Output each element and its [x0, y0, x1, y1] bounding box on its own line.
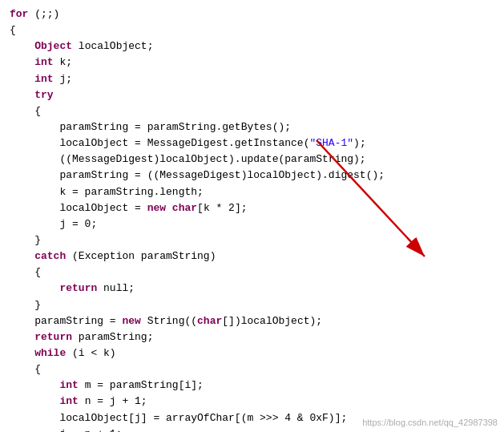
code-line: }	[10, 297, 494, 313]
code-line: Object localObject;	[10, 38, 494, 55]
code-token: localObject;	[72, 40, 153, 52]
code-line: int n = j + 1;	[10, 394, 494, 410]
code-token: }	[10, 299, 41, 311]
code-line: while (i < k)	[10, 345, 494, 361]
code-token: {	[10, 363, 41, 375]
code-token: Object	[34, 40, 72, 52]
code-line: int j;	[10, 71, 494, 87]
code-token	[10, 250, 34, 262]
code-token: [k * 2];	[197, 202, 247, 214]
code-token: paramString =	[10, 315, 122, 327]
code-token: int	[59, 395, 78, 407]
code-token	[10, 379, 59, 391]
code-token: [])localObject);	[222, 315, 322, 327]
code-token: null;	[97, 282, 135, 294]
code-token	[10, 395, 59, 407]
code-token: k = paramString.length;	[10, 186, 204, 198]
code-token	[166, 202, 172, 214]
code-token	[10, 282, 59, 294]
code-line: }	[10, 232, 494, 248]
code-line: j = 0;	[10, 216, 494, 232]
code-token: {	[10, 24, 16, 36]
code-line: paramString = ((MessageDigest)localObjec…	[10, 168, 494, 184]
code-token: {	[10, 266, 41, 278]
code-token: return	[34, 331, 72, 343]
code-token: paramString;	[72, 331, 153, 343]
code-token: (i < k)	[66, 347, 115, 359]
code-token: (Exception paramString)	[66, 250, 216, 262]
code-token: int	[34, 73, 53, 85]
code-token: (;;)	[28, 8, 59, 20]
code-token: j = n + 1;	[10, 428, 122, 432]
code-token: int	[59, 379, 78, 391]
code-token: new	[122, 315, 140, 327]
code-token: new	[147, 202, 166, 214]
code-token: char	[172, 202, 197, 214]
code-token	[10, 331, 34, 343]
code-line: for (;;)	[10, 6, 494, 22]
code-token: catch	[34, 250, 66, 262]
code-line: paramString = new String((char[])localOb…	[10, 313, 494, 329]
code-token: paramString = ((MessageDigest)localObjec…	[10, 169, 372, 181]
code-line: localObject = MessageDigest.getInstance(…	[10, 135, 494, 151]
code-token: k;	[54, 56, 72, 68]
code-token: localObject[j] = arrayOfChar[(m >>> 4 & …	[10, 412, 347, 424]
code-line: {	[10, 22, 494, 38]
code-block: for (;;){ Object localObject; int k; int…	[0, 0, 504, 432]
code-token: for	[10, 8, 28, 20]
code-token: ;	[378, 169, 385, 181]
code-token: n = j + 1;	[79, 395, 147, 407]
code-line: int m = paramString[i];	[10, 377, 494, 394]
code-line: catch (Exception paramString)	[10, 248, 494, 264]
code-line: {	[10, 264, 494, 281]
code-token	[10, 56, 34, 68]
code-line: int k;	[10, 55, 494, 71]
code-token: String((	[141, 315, 197, 327]
code-token: paramString = paramString.getBytes();	[10, 121, 291, 133]
code-token	[10, 347, 34, 359]
code-token: );	[353, 137, 366, 149]
code-line: {	[10, 361, 494, 377]
code-token: ((MessageDigest)localObject).update(para…	[10, 153, 366, 165]
code-line: localObject = new char[k * 2];	[10, 200, 494, 216]
code-token: j;	[54, 73, 72, 85]
code-line: paramString = paramString.getBytes();	[10, 119, 494, 135]
code-token: {	[10, 105, 41, 117]
code-line: try	[10, 87, 494, 103]
code-token	[10, 89, 34, 101]
watermark-text: https://blog.csdn.net/qq_42987398	[362, 418, 498, 427]
code-token: }	[10, 234, 41, 246]
code-token: j = 0;	[10, 218, 97, 230]
code-token: localObject = MessageDigest.getInstance(	[10, 137, 309, 149]
code-token: localObject =	[10, 202, 147, 214]
code-line: k = paramString.length;	[10, 184, 494, 200]
code-token: int	[34, 56, 53, 68]
code-line: {	[10, 103, 494, 119]
code-line: return paramString;	[10, 329, 494, 345]
code-token: try	[34, 89, 53, 101]
code-line: return null;	[10, 281, 494, 297]
code-token: m = paramString[i];	[79, 379, 204, 391]
code-token: "SHA-1"	[309, 137, 353, 149]
code-token	[10, 40, 34, 52]
code-token: char	[197, 315, 222, 327]
code-token: while	[34, 347, 66, 359]
code-token: return	[59, 282, 97, 294]
code-token	[10, 73, 34, 85]
code-line: ((MessageDigest)localObject).update(para…	[10, 151, 494, 168]
